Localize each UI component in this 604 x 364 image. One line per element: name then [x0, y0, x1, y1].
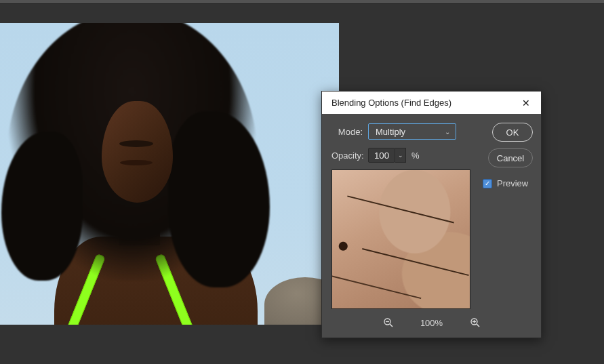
canvas-face: [102, 101, 173, 203]
zoom-in-button[interactable]: [468, 316, 482, 329]
blending-options-dialog: Blending Options (Find Edges) ✕ OK Cance…: [321, 91, 542, 338]
svg-line-4: [477, 324, 479, 327]
mode-value: Multiply: [376, 127, 405, 137]
chevron-down-icon: ⌄: [445, 128, 450, 136]
zoom-controls: 100%: [331, 316, 531, 329]
preview-label: Preview: [497, 178, 528, 188]
mode-select[interactable]: Multiply ⌄: [368, 123, 456, 140]
svg-line-1: [390, 324, 392, 327]
dialog-right-column: OK Cancel ✓ Preview: [476, 123, 533, 188]
zoom-value: 100%: [418, 318, 445, 328]
zoom-out-icon: [383, 317, 394, 328]
opacity-input[interactable]: [368, 148, 395, 163]
preview-checkbox[interactable]: ✓: [483, 179, 492, 188]
cancel-button[interactable]: Cancel: [488, 148, 533, 167]
opacity-label: Opacity:: [331, 150, 368, 161]
dialog-titlebar[interactable]: Blending Options (Find Edges) ✕: [322, 92, 541, 114]
dialog-title: Blending Options (Find Edges): [331, 98, 451, 108]
close-icon[interactable]: ✕: [518, 95, 534, 111]
preview-checkbox-row[interactable]: ✓ Preview: [483, 178, 533, 188]
document-canvas[interactable]: [0, 23, 339, 325]
mode-label: Mode:: [331, 127, 368, 137]
app-menubar: [0, 0, 604, 4]
opacity-stepper[interactable]: ⌄: [395, 148, 406, 163]
opacity-unit: %: [411, 150, 420, 161]
dialog-body: OK Cancel ✓ Preview Mode: Multiply ⌄ Opa…: [322, 114, 541, 338]
zoom-in-icon: [470, 317, 481, 328]
zoom-out-button[interactable]: [382, 316, 395, 329]
ok-button[interactable]: OK: [492, 123, 533, 142]
chevron-down-icon: ⌄: [398, 152, 403, 159]
preview-thumbnail[interactable]: [331, 169, 470, 309]
